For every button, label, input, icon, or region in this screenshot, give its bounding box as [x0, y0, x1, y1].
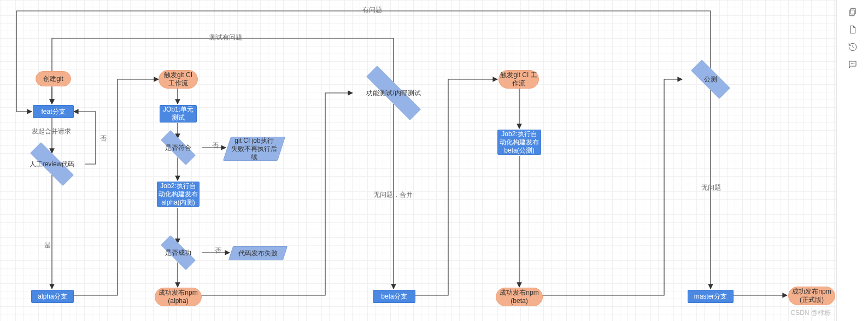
svg-point-2	[851, 63, 852, 64]
node-publish-beta[interactable]: 成功发布npm (beta)	[496, 288, 543, 306]
node-job1-unit-test[interactable]: JOb1:单元 测试	[160, 105, 197, 122]
tool-history-icon[interactable]	[847, 42, 858, 52]
node-publish-alpha[interactable]: 成功发布npm (alpha)	[155, 288, 202, 306]
edge-label-no-issue: 无问题	[700, 183, 723, 192]
node-job2-alpha[interactable]: Job2:执行自 动化构建发布 alpha(内测)	[157, 182, 200, 207]
svg-point-3	[852, 63, 853, 64]
edge-label-merge-req: 发起合并请求	[30, 127, 73, 136]
node-check-success[interactable]: 是否成功	[153, 243, 203, 262]
edge-label-yes: 是	[43, 241, 52, 250]
node-beta-branch[interactable]: beta分支	[373, 290, 415, 303]
edge-label-has-issue: 有问题	[361, 5, 384, 15]
node-create-git[interactable]: 创建git	[36, 71, 71, 86]
node-public-test[interactable]: 公测	[682, 68, 739, 90]
edge-label-no-review: 否	[98, 134, 108, 143]
node-alpha-branch[interactable]: alpha分支	[31, 290, 74, 303]
tool-copy-icon[interactable]	[847, 7, 858, 17]
svg-rect-0	[851, 8, 855, 14]
node-ci-fail[interactable]: git CI job执行 失败不再执行后 续	[227, 137, 281, 161]
node-publish-fail[interactable]: 代码发布失败	[231, 246, 285, 260]
svg-rect-1	[849, 10, 854, 16]
node-ci-trigger-1[interactable]: 触发git CI 工作流	[159, 70, 198, 89]
svg-point-4	[853, 63, 854, 64]
node-master-branch[interactable]: master分支	[688, 290, 734, 303]
tool-new-file-icon[interactable]	[847, 24, 858, 35]
tool-comment-icon[interactable]	[847, 59, 858, 70]
edge-label-no-conform: 否	[210, 141, 220, 150]
watermark: CSDN @桲栎	[790, 308, 831, 318]
node-check-conform[interactable]: 是否符合	[153, 138, 203, 157]
node-job2-beta[interactable]: Job2:执行自 动化构建发布 beta(公测)	[497, 130, 541, 155]
edge-label-no-success: 否	[213, 246, 223, 255]
toolbar-sidebar	[836, 0, 868, 321]
node-review[interactable]: 人工review代码	[19, 153, 85, 175]
node-feat-branch[interactable]: feat分支	[33, 105, 74, 118]
edge-label-ok-merge: 无问题，合并	[372, 190, 414, 200]
edges-layer	[0, 0, 836, 321]
diagram-canvas[interactable]: 创建git feat分支 人工review代码 alpha分支 触发git CI…	[0, 0, 836, 321]
node-ci-trigger-2[interactable]: 触发git CI 工作流	[498, 70, 539, 89]
edge-label-test-fail: 测试有问题	[208, 33, 244, 42]
node-func-test[interactable]: 功能测试/内部测试	[350, 82, 437, 104]
node-publish-release[interactable]: 成功发布npm (正式版)	[788, 287, 835, 305]
